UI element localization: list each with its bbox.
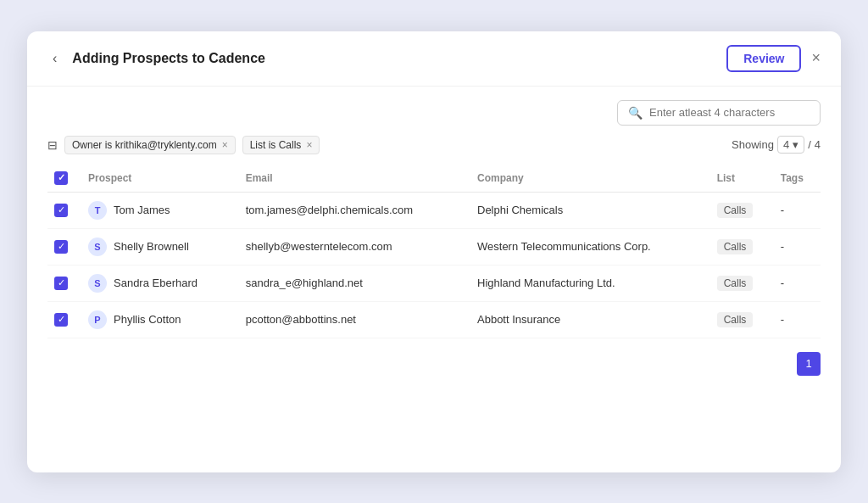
prospect-name: Tom James [114, 204, 170, 216]
owner-filter-label: Owner is krithika@tryklenty.com [72, 139, 217, 151]
table-row: P Phyllis Cotton pcotton@abbottins.net A… [47, 301, 821, 338]
showing-count: 4 [783, 138, 789, 151]
row-checkbox[interactable] [54, 240, 68, 254]
modal-header: ‹ Adding Prospects to Cadence Review × [27, 31, 841, 87]
list-badge: Calls [717, 312, 754, 327]
list-filter-tag: List is Calls × [242, 136, 320, 154]
row-list: Calls [710, 301, 774, 338]
list-badge: Calls [717, 203, 754, 218]
row-tags: - [774, 192, 821, 228]
row-prospect: S Shelly Brownell [81, 228, 239, 265]
col-company: Company [470, 165, 710, 193]
row-checkbox-cell [47, 265, 81, 301]
owner-filter-tag: Owner is krithika@tryklenty.com × [64, 136, 236, 154]
showing-total: 4 [815, 138, 821, 151]
prospect-avatar: T [88, 201, 107, 220]
prospect-name: Sandra Eberhard [114, 277, 198, 289]
col-tags: Tags [774, 165, 821, 193]
table-header-row: Prospect Email Company List Tags [47, 165, 821, 193]
row-checkbox[interactable] [54, 204, 68, 217]
prospects-table: Prospect Email Company List Tags T Tom J… [47, 165, 821, 338]
list-filter-label: List is Calls [250, 139, 302, 151]
row-email: shellyb@westerntelecom.com [239, 228, 470, 265]
row-list: Calls [710, 228, 774, 265]
filter-tags: ⊟ Owner is krithika@tryklenty.com × List… [47, 136, 320, 154]
row-prospect: S Sandra Eberhard [81, 265, 239, 301]
modal-title: Adding Prospects to Cadence [72, 51, 265, 66]
search-input[interactable] [649, 106, 810, 119]
col-list: List [710, 165, 774, 193]
col-email: Email [239, 165, 470, 193]
row-company: Delphi Chemicals [470, 192, 710, 228]
select-all-checkbox[interactable] [54, 171, 68, 185]
table-row: S Sandra Eberhard sandra_e@highland.net … [47, 265, 821, 301]
header-right: Review × [726, 45, 821, 72]
filter-row: ⊟ Owner is krithika@tryklenty.com × List… [27, 132, 841, 165]
prospect-name: Shelly Brownell [114, 240, 189, 253]
row-prospect: P Phyllis Cotton [81, 301, 239, 338]
col-checkbox [47, 165, 81, 193]
row-tags: - [774, 265, 821, 301]
row-prospect: T Tom James [81, 192, 239, 228]
search-row: 🔍 [27, 87, 841, 132]
row-checkbox-cell [47, 192, 81, 228]
table-row: S Shelly Brownell shellyb@westerntelecom… [47, 228, 821, 265]
pagination: 1 [27, 338, 841, 389]
col-prospect: Prospect [81, 165, 239, 193]
row-list: Calls [710, 265, 774, 301]
owner-filter-close[interactable]: × [222, 139, 228, 151]
modal: ‹ Adding Prospects to Cadence Review × 🔍… [27, 31, 841, 472]
row-list: Calls [710, 192, 774, 228]
row-checkbox-cell [47, 228, 81, 265]
showing-label: Showing [732, 138, 774, 151]
row-company: Highland Manufacturing Ltd. [470, 265, 710, 301]
list-badge: Calls [717, 239, 754, 254]
table-container: Prospect Email Company List Tags T Tom J… [27, 165, 841, 338]
count-dropdown[interactable]: 4 ▾ [777, 136, 804, 154]
row-checkbox[interactable] [54, 277, 68, 290]
search-box: 🔍 [617, 100, 821, 126]
table-row: T Tom James tom.james@delphi.chemicals.c… [47, 192, 821, 228]
review-button[interactable]: Review [726, 45, 801, 72]
row-email: pcotton@abbottins.net [239, 301, 470, 338]
close-button[interactable]: × [811, 49, 821, 67]
row-company: Abbott Insurance [470, 301, 710, 338]
showing-separator: / [808, 138, 811, 151]
header-left: ‹ Adding Prospects to Cadence [47, 49, 265, 68]
row-tags: - [774, 228, 821, 265]
back-button[interactable]: ‹ [47, 49, 62, 68]
row-tags: - [774, 301, 821, 338]
filter-icon: ⊟ [47, 138, 58, 152]
dropdown-arrow-icon: ▾ [793, 138, 798, 151]
row-checkbox-cell [47, 301, 81, 338]
prospect-avatar: S [88, 274, 107, 293]
row-email: sandra_e@highland.net [239, 265, 470, 301]
row-checkbox[interactable] [54, 313, 68, 327]
page-1-button[interactable]: 1 [797, 352, 821, 376]
row-email: tom.james@delphi.chemicals.com [239, 192, 470, 228]
prospect-avatar: P [88, 310, 107, 329]
showing-info: Showing 4 ▾ / 4 [732, 136, 821, 154]
list-badge: Calls [717, 276, 754, 291]
search-icon: 🔍 [628, 106, 643, 120]
list-filter-close[interactable]: × [306, 139, 312, 151]
prospect-name: Phyllis Cotton [114, 313, 181, 326]
prospect-avatar: S [88, 238, 107, 256]
row-company: Western Telecommunications Corp. [470, 228, 710, 265]
